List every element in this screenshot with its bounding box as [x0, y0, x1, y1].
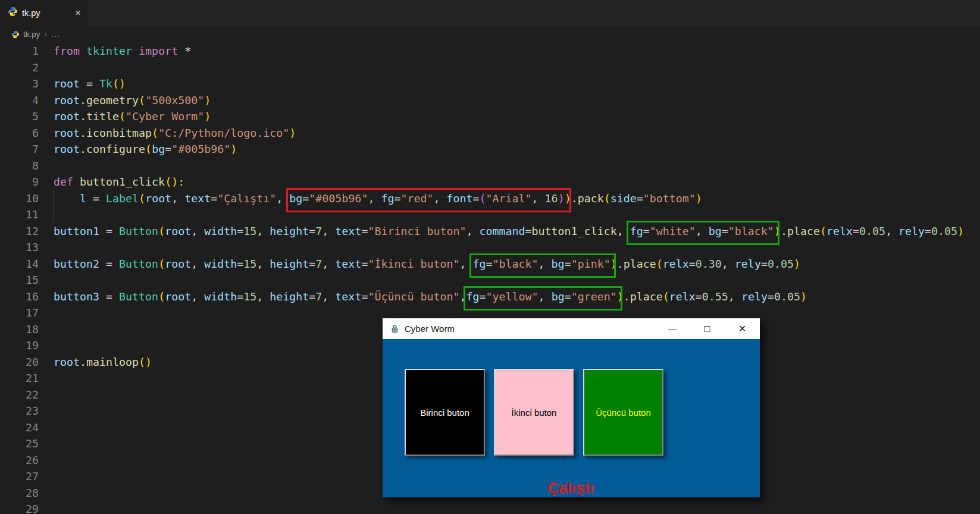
- code-text: root.mainloop(): [54, 354, 152, 371]
- code-line[interactable]: 12button1 = Button(root, width=15, heigh…: [0, 223, 980, 240]
- tab-bar: tk.py ×: [0, 0, 980, 26]
- tab-label: tk.py: [22, 8, 40, 18]
- line-number: 23: [0, 403, 39, 419]
- line-number: 18: [0, 321, 39, 338]
- indent-guide: [54, 190, 54, 223]
- tk-button-3[interactable]: Üçüncü buton: [583, 369, 663, 456]
- code-text: root = Tk(): [54, 76, 126, 92]
- minimize-button[interactable]: —: [655, 318, 690, 339]
- tk-button-label: Birinci buton: [420, 408, 469, 418]
- code-line[interactable]: 4root.geometry("500x500"): [0, 92, 980, 109]
- code-line[interactable]: 8: [0, 158, 980, 174]
- tk-button-label: İkinci buton: [512, 408, 557, 418]
- tk-button-2[interactable]: İkinci buton: [494, 369, 574, 456]
- line-number: 9: [0, 174, 39, 190]
- line-number: 27: [0, 468, 39, 485]
- line-number: 13: [0, 239, 39, 256]
- line-number: 17: [0, 305, 39, 321]
- line-number: 25: [0, 435, 39, 452]
- code-text: from tkinter import *: [54, 43, 191, 59]
- line-number: 26: [0, 452, 39, 469]
- code-line[interactable]: 10 l = Label(root, text="Çalıştı", bg="#…: [0, 190, 980, 207]
- line-number: 24: [0, 419, 39, 436]
- tkinter-window: Cyber Worm —□✕ Birinci butonİkinci buton…: [383, 318, 760, 497]
- line-number: 28: [0, 485, 39, 502]
- code-line[interactable]: 13: [0, 239, 980, 256]
- line-number: 14: [0, 256, 39, 272]
- vscode-window: { "tab_bar": { "tab_label": "tk.py", "cl…: [0, 0, 980, 514]
- tk-button-1[interactable]: Birinci buton: [405, 369, 485, 456]
- maximize-button[interactable]: □: [690, 318, 725, 339]
- tkinter-window-title: Cyber Worm: [405, 324, 455, 334]
- code-line[interactable]: 3root = Tk(): [0, 76, 980, 92]
- code-line[interactable]: 9def button1_click():: [0, 174, 980, 190]
- line-number: 5: [0, 108, 39, 125]
- close-button[interactable]: ✕: [725, 318, 760, 339]
- line-number: 7: [0, 141, 39, 158]
- tkinter-titlebar[interactable]: Cyber Worm —□✕: [383, 318, 760, 339]
- code-text: def button1_click():: [54, 174, 184, 190]
- breadcrumb-file[interactable]: tk.py: [23, 30, 40, 39]
- code-text: button2 = Button(root, width=15, height=…: [54, 256, 800, 272]
- python-file-icon: [11, 30, 20, 39]
- line-number: 21: [0, 370, 39, 387]
- code-line[interactable]: 6root.iconbitmap("C:/Python/logo.ico"): [0, 125, 980, 142]
- line-number: 16: [0, 289, 39, 305]
- code-line[interactable]: 15: [0, 272, 980, 289]
- code-line[interactable]: 29: [0, 501, 980, 514]
- status-label: Çalıştı: [383, 479, 760, 497]
- line-number: 20: [0, 354, 39, 371]
- code-text: root.configure(bg="#005b96"): [54, 141, 237, 158]
- line-number: 12: [0, 223, 39, 240]
- code-text: root.title("Cyber Worm"): [54, 108, 211, 125]
- python-file-icon: [8, 7, 18, 19]
- breadcrumb-more[interactable]: ...: [51, 30, 60, 39]
- tkinter-window-body: Birinci butonİkinci butonÜçüncü butonÇal…: [383, 339, 760, 497]
- line-number: 6: [0, 125, 39, 142]
- line-number: 11: [0, 206, 39, 223]
- code-text: button1 = Button(root, width=15, height=…: [54, 223, 964, 240]
- code-line[interactable]: 16button3 = Button(root, width=15, heigh…: [0, 289, 980, 305]
- line-number: 2: [0, 59, 39, 76]
- app-lock-icon: [390, 324, 399, 333]
- line-number: 10: [0, 190, 39, 207]
- line-number: 1: [0, 43, 39, 59]
- code-line[interactable]: 11: [0, 206, 980, 223]
- chevron-right-icon: ›: [45, 29, 48, 39]
- code-line[interactable]: 5root.title("Cyber Worm"): [0, 108, 980, 125]
- tab-close-icon[interactable]: ×: [75, 8, 81, 18]
- code-line[interactable]: 14button2 = Button(root, width=15, heigh…: [0, 256, 980, 272]
- tab-tkpy[interactable]: tk.py ×: [0, 0, 87, 26]
- code-line[interactable]: 7root.configure(bg="#005b96"): [0, 141, 980, 158]
- line-number: 3: [0, 76, 39, 92]
- line-number: 29: [0, 501, 39, 514]
- code-text: root.iconbitmap("C:/Python/logo.ico"): [54, 125, 296, 142]
- line-number: 8: [0, 158, 39, 174]
- code-text: l = Label(root, text="Çalıştı", bg="#005…: [54, 190, 702, 207]
- code-line[interactable]: 2: [0, 59, 980, 76]
- code-text: button3 = Button(root, width=15, height=…: [54, 289, 807, 305]
- line-number: 4: [0, 92, 39, 109]
- code-line[interactable]: 1from tkinter import *: [0, 43, 980, 59]
- breadcrumb: tk.py › ...: [0, 26, 980, 43]
- window-controls: —□✕: [655, 318, 760, 339]
- code-text: root.geometry("500x500"): [54, 92, 211, 109]
- line-number: 19: [0, 337, 39, 354]
- line-number: 22: [0, 387, 39, 403]
- line-number: 15: [0, 272, 39, 289]
- tk-button-label: Üçüncü buton: [596, 408, 651, 418]
